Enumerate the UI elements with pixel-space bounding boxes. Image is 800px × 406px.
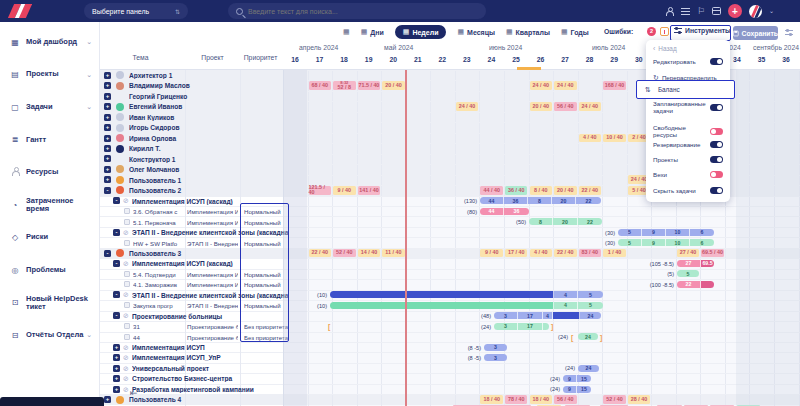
task-name[interactable]: 5.4. Подтверди	[133, 271, 183, 278]
toggle-switch[interactable]	[710, 104, 723, 111]
expand-toggle[interactable]: +	[113, 354, 120, 361]
project-name[interactable]: Имплементация ИСУП_УпР	[132, 354, 289, 361]
gantt-bar[interactable]: 45	[330, 302, 603, 309]
gantt-bar[interactable]: 2769.5	[677, 260, 714, 267]
gantt-bar[interactable]: 82022	[529, 218, 602, 225]
sidebar-item-8[interactable]: ◎Проблемы	[0, 260, 100, 280]
task-name[interactable]: Закупка прогр	[133, 302, 183, 309]
task-name[interactable]: 3.6. Обратная с	[133, 208, 183, 215]
resource-name[interactable]: Пользователь 2	[129, 187, 229, 194]
task-name[interactable]: 44	[133, 334, 183, 341]
warning-icon[interactable]	[660, 27, 669, 36]
expand-toggle[interactable]: +	[113, 375, 120, 382]
gantt-bar[interactable]: 59106	[618, 229, 714, 236]
toggle-switch[interactable]	[710, 128, 723, 135]
chevron-down-icon[interactable]: ⌄	[86, 331, 92, 339]
expand-toggle[interactable]: -	[104, 250, 111, 257]
expand-toggle[interactable]: -	[113, 229, 120, 236]
project-name[interactable]: Имплементация ИСУП	[132, 344, 289, 351]
resource-name[interactable]: Конструктор 1	[129, 156, 229, 163]
panel-selector[interactable]: Выберите панель ⇅	[84, 3, 188, 19]
sidebar-item-5[interactable]: Ресурсы	[0, 162, 100, 182]
expand-toggle[interactable]: +	[104, 72, 111, 79]
task-name[interactable]: HW + SW Platfo	[133, 240, 183, 247]
more-tools-icon[interactable]	[785, 29, 793, 36]
view-Месяцы[interactable]: ▦Месяцы	[457, 28, 495, 36]
menu-item-6[interactable]: Резервирование	[653, 141, 723, 148]
gantt-bar[interactable]: 3	[484, 344, 507, 351]
expand-toggle[interactable]: +	[104, 145, 111, 152]
expand-toggle[interactable]: +	[113, 386, 120, 393]
search-input[interactable]	[248, 8, 468, 15]
flag-icon[interactable]: ⚐	[697, 7, 705, 16]
task-name[interactable]: 4.1. Заморажив	[133, 281, 183, 288]
expand-toggle[interactable]: +	[104, 166, 111, 173]
toggle-switch[interactable]	[710, 156, 723, 163]
project-name[interactable]: Строительство Бизнес-центра	[132, 375, 289, 382]
menu-item-4[interactable]: Запланированные задачи	[653, 100, 723, 114]
task-name[interactable]: 31	[133, 323, 183, 330]
menu-item-5[interactable]: Свободные ресурсы	[653, 124, 723, 138]
resource-name[interactable]: Георгий Гриценко	[129, 93, 229, 100]
view-Дни[interactable]: ▦Дни	[361, 28, 384, 36]
expand-toggle[interactable]: -	[113, 291, 120, 298]
checklist-icon[interactable]	[681, 7, 690, 15]
menu-item-1[interactable]: Редактировать	[653, 58, 723, 65]
chevron-down-icon[interactable]: ⌄	[86, 103, 92, 111]
expand-toggle[interactable]: +	[104, 135, 111, 142]
task-name[interactable]: 5.1. Первонача	[133, 219, 183, 226]
sidebar-item-2[interactable]: ▤Проекты⌄	[0, 65, 100, 85]
expand-toggle[interactable]: +	[104, 396, 111, 403]
expand-toggle[interactable]: +	[104, 93, 111, 100]
expand-toggle[interactable]: +	[104, 114, 111, 121]
sidebar-collapse-button[interactable]: ⇤	[130, 388, 138, 398]
sidebar-item-7[interactable]: ◇Риски	[0, 228, 100, 248]
menu-item-balance[interactable]: ⇅ Баланс	[636, 80, 735, 99]
gantt-bar[interactable]: 915	[563, 386, 591, 393]
sidebar-item-3[interactable]: ▢Задачи⌄	[0, 97, 100, 117]
sidebar-item-9[interactable]: ⊡Новый HelpDesk тикет	[0, 293, 100, 313]
app-logo-icon[interactable]	[8, 4, 32, 18]
gantt-bar[interactable]: 24	[578, 365, 599, 372]
expand-toggle[interactable]: +	[113, 365, 120, 372]
errors-count-badge[interactable]: 2	[647, 27, 656, 36]
save-button[interactable]: Сохранить	[733, 26, 778, 40]
gantt-bar[interactable]: 5	[677, 270, 699, 277]
toggle-switch[interactable]	[710, 171, 723, 178]
toggle-switch[interactable]	[710, 58, 723, 65]
gantt-bar[interactable]: 24	[578, 333, 598, 340]
chevron-down-icon[interactable]: ⌄	[86, 38, 92, 46]
chevron-down-icon[interactable]: ⌄	[769, 8, 774, 14]
view-Кварталы[interactable]: ▦Кварталы	[506, 28, 550, 36]
user-icon[interactable]	[666, 7, 674, 15]
resource-name[interactable]: Евгений Иванов	[129, 103, 229, 110]
sidebar-item-6[interactable]: ◔Затраченное время	[0, 195, 100, 215]
resource-name[interactable]: Пользователь 3	[129, 250, 229, 257]
resource-name[interactable]: Архитектор 1	[129, 72, 229, 79]
resource-name[interactable]: Кирилл Т.	[129, 145, 229, 152]
sidebar-item-10[interactable]: ⊟Отчёты Отдела⌄	[0, 325, 100, 345]
search-box[interactable]	[228, 3, 486, 19]
sidebar-item-1[interactable]: ▦Мой дашборд⌄	[0, 32, 100, 52]
toggle-switch[interactable]	[710, 141, 723, 148]
resource-name[interactable]: Пользователь 1	[129, 177, 229, 184]
expand-toggle[interactable]: -	[113, 260, 120, 267]
gantt-bar[interactable]: 45	[330, 291, 603, 298]
project-name[interactable]: Разработка маркетинговой кампании	[132, 386, 289, 393]
gantt-bar[interactable]: 443682022	[480, 197, 601, 204]
calendar-view-icon[interactable]: ▦	[343, 28, 350, 36]
expand-toggle[interactable]: +	[104, 82, 111, 89]
gantt-bar[interactable]: 22	[677, 281, 714, 288]
expand-toggle[interactable]: +	[104, 176, 111, 183]
resource-name[interactable]: Владимир Маслов	[129, 82, 229, 89]
resource-name[interactable]: Иван Куликов	[129, 114, 229, 121]
resource-name[interactable]: Пользователь 4	[129, 396, 229, 403]
gantt-bar[interactable]: 59106	[618, 239, 714, 246]
chevron-down-icon[interactable]: ⌄	[86, 71, 92, 79]
menu-item-8[interactable]: Вехи	[653, 171, 723, 178]
project-name[interactable]: Универсальный проект	[132, 365, 289, 372]
gantt-bar[interactable]: 317	[494, 323, 549, 330]
gantt-bar[interactable]: 4436	[480, 208, 529, 215]
menu-back-item[interactable]: ‹Назад	[653, 45, 723, 52]
menu-item-7[interactable]: Проекты	[653, 156, 723, 163]
